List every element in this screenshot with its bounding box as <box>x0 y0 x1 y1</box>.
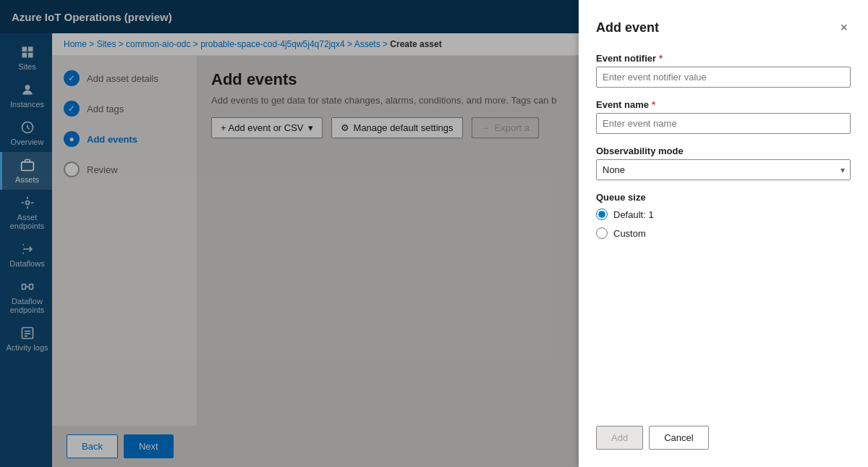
observability-mode-field: Observability mode None Gauge Counter Hi… <box>596 146 851 180</box>
panel-title: Add event <box>596 20 659 35</box>
event-notifier-input[interactable] <box>596 67 851 88</box>
event-name-field: Event name * <box>596 99 851 134</box>
required-star: * <box>659 53 663 64</box>
queue-size-radio-group: Default: 1 Custom <box>596 209 851 239</box>
panel-footer: Add Cancel <box>596 411 851 450</box>
radio-default-label: Default: 1 <box>613 209 654 220</box>
observability-mode-select-wrapper: None Gauge Counter Histogram Log ▾ <box>596 159 851 180</box>
required-star-2: * <box>652 99 655 110</box>
queue-size-label: Queue size <box>596 192 851 203</box>
radio-default[interactable]: Default: 1 <box>596 209 851 220</box>
event-name-label: Event name * <box>596 99 851 110</box>
event-notifier-label: Event notifier * <box>596 53 851 64</box>
observability-mode-select[interactable]: None Gauge Counter Histogram Log <box>596 159 851 180</box>
panel-close-button[interactable]: × <box>837 17 851 38</box>
event-notifier-field: Event notifier * <box>596 53 851 88</box>
radio-custom[interactable]: Custom <box>596 227 851 239</box>
queue-size-field: Queue size Default: 1 Custom <box>596 192 851 239</box>
add-button[interactable]: Add <box>596 426 643 450</box>
event-name-input[interactable] <box>596 113 851 134</box>
radio-custom-input[interactable] <box>596 227 608 239</box>
panel-header: Add event × <box>596 17 851 38</box>
radio-custom-label: Custom <box>613 228 646 239</box>
observability-mode-label: Observability mode <box>596 146 851 156</box>
overlay: Add event × Event notifier * Event name … <box>0 0 868 467</box>
cancel-button[interactable]: Cancel <box>649 426 708 450</box>
radio-default-input[interactable] <box>596 209 608 220</box>
add-event-panel: Add event × Event notifier * Event name … <box>579 0 868 467</box>
